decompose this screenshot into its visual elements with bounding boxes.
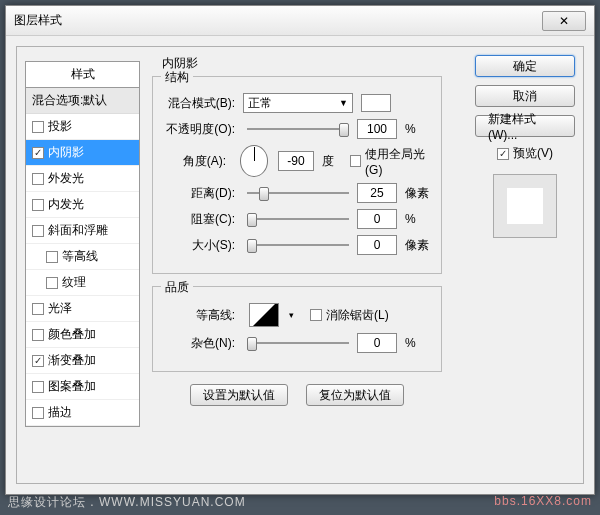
opacity-input[interactable]: 100 [357, 119, 397, 139]
structure-fieldset: 结构 混合模式(B): 正常 不透明度(O): 100 % 角度(A): -90 [152, 76, 442, 274]
watermark: 思缘设计论坛 . WWW.MISSYUAN.COM bbs.16XX8.com [0, 490, 600, 515]
style-checkbox[interactable] [32, 121, 44, 133]
structure-legend: 结构 [161, 69, 193, 86]
opacity-unit: % [405, 122, 433, 136]
size-label: 大小(S): [161, 237, 239, 254]
style-label: 描边 [48, 404, 72, 421]
style-label: 斜面和浮雕 [48, 222, 108, 239]
blend-options-default[interactable]: 混合选项:默认 [26, 88, 139, 114]
angle-dial[interactable] [240, 145, 268, 177]
style-label: 图案叠加 [48, 378, 96, 395]
size-unit: 像素 [405, 237, 433, 254]
preview-row: 预览(V) [497, 145, 553, 162]
layer-style-dialog: 图层样式 ✕ 样式 混合选项:默认 投影内阴影外发光内发光斜面和浮雕等高线纹理光… [5, 5, 595, 495]
style-checkbox[interactable] [32, 173, 44, 185]
dialog-body: 样式 混合选项:默认 投影内阴影外发光内发光斜面和浮雕等高线纹理光泽颜色叠加渐变… [16, 46, 584, 484]
style-item-7[interactable]: 光泽 [26, 296, 139, 322]
style-label: 颜色叠加 [48, 326, 96, 343]
style-label: 等高线 [62, 248, 98, 265]
global-light-label: 使用全局光(G) [365, 146, 433, 177]
opacity-label: 不透明度(O): [161, 121, 239, 138]
style-item-4[interactable]: 斜面和浮雕 [26, 218, 139, 244]
style-label: 纹理 [62, 274, 86, 291]
contour-picker[interactable] [249, 303, 279, 327]
style-label: 投影 [48, 118, 72, 135]
preview-label: 预览(V) [513, 145, 553, 162]
opacity-slider[interactable] [247, 121, 349, 137]
close-button[interactable]: ✕ [542, 11, 586, 31]
ok-button[interactable]: 确定 [475, 55, 575, 77]
choke-label: 阻塞(C): [161, 211, 239, 228]
style-checkbox[interactable] [32, 407, 44, 419]
choke-unit: % [405, 212, 433, 226]
choke-input[interactable]: 0 [357, 209, 397, 229]
style-item-0[interactable]: 投影 [26, 114, 139, 140]
style-item-5[interactable]: 等高线 [26, 244, 139, 270]
style-checkbox[interactable] [46, 277, 58, 289]
distance-input[interactable]: 25 [357, 183, 397, 203]
antialias-checkbox[interactable] [310, 309, 322, 321]
titlebar: 图层样式 ✕ [6, 6, 594, 36]
effect-panel: 内阴影 结构 混合模式(B): 正常 不透明度(O): 100 % 角度(A): [152, 55, 442, 406]
style-label: 内发光 [48, 196, 84, 213]
style-item-2[interactable]: 外发光 [26, 166, 139, 192]
close-icon: ✕ [559, 14, 569, 28]
style-item-3[interactable]: 内发光 [26, 192, 139, 218]
style-item-10[interactable]: 图案叠加 [26, 374, 139, 400]
styles-list: 样式 混合选项:默认 投影内阴影外发光内发光斜面和浮雕等高线纹理光泽颜色叠加渐变… [25, 61, 140, 427]
noise-label: 杂色(N): [161, 335, 239, 352]
style-checkbox[interactable] [32, 381, 44, 393]
style-checkbox[interactable] [32, 199, 44, 211]
preview-box [493, 174, 557, 238]
blend-mode-label: 混合模式(B): [161, 95, 239, 112]
preview-swatch [507, 188, 543, 224]
style-checkbox[interactable] [46, 251, 58, 263]
style-label: 内阴影 [48, 144, 84, 161]
quality-legend: 品质 [161, 279, 193, 296]
styles-header[interactable]: 样式 [26, 62, 139, 88]
effect-title: 内阴影 [162, 55, 442, 72]
contour-label: 等高线: [161, 307, 239, 324]
window-title: 图层样式 [14, 12, 542, 29]
style-checkbox[interactable] [32, 225, 44, 237]
antialias-label: 消除锯齿(L) [326, 307, 389, 324]
noise-input[interactable]: 0 [357, 333, 397, 353]
size-input[interactable]: 0 [357, 235, 397, 255]
style-item-6[interactable]: 纹理 [26, 270, 139, 296]
watermark-left: 思缘设计论坛 . WWW.MISSYUAN.COM [8, 494, 246, 511]
color-swatch[interactable] [361, 94, 391, 112]
right-panel: 确定 取消 新建样式(W)... 预览(V) [475, 55, 575, 238]
style-checkbox[interactable] [32, 147, 44, 159]
choke-slider[interactable] [247, 211, 349, 227]
noise-slider[interactable] [247, 335, 349, 351]
style-checkbox[interactable] [32, 329, 44, 341]
distance-unit: 像素 [405, 185, 433, 202]
global-light-checkbox[interactable] [350, 155, 361, 167]
reset-default-button[interactable]: 复位为默认值 [306, 384, 404, 406]
style-label: 外发光 [48, 170, 84, 187]
chevron-down-icon[interactable]: ▾ [289, 310, 294, 320]
style-label: 光泽 [48, 300, 72, 317]
new-style-button[interactable]: 新建样式(W)... [475, 115, 575, 137]
watermark-right: bbs.16XX8.com [494, 494, 592, 511]
preview-checkbox[interactable] [497, 148, 509, 160]
set-default-button[interactable]: 设置为默认值 [190, 384, 288, 406]
angle-unit: 度 [322, 153, 347, 170]
style-label: 渐变叠加 [48, 352, 96, 369]
style-checkbox[interactable] [32, 355, 44, 367]
distance-label: 距离(D): [161, 185, 239, 202]
angle-label: 角度(A): [161, 153, 230, 170]
blend-mode-select[interactable]: 正常 [243, 93, 353, 113]
style-item-11[interactable]: 描边 [26, 400, 139, 426]
quality-fieldset: 品质 等高线: ▾ 消除锯齿(L) 杂色(N): 0 % [152, 286, 442, 372]
style-item-1[interactable]: 内阴影 [26, 140, 139, 166]
distance-slider[interactable] [247, 185, 349, 201]
style-item-9[interactable]: 渐变叠加 [26, 348, 139, 374]
size-slider[interactable] [247, 237, 349, 253]
angle-input[interactable]: -90 [278, 151, 313, 171]
style-item-8[interactable]: 颜色叠加 [26, 322, 139, 348]
noise-unit: % [405, 336, 433, 350]
default-buttons: 设置为默认值 复位为默认值 [152, 384, 442, 406]
cancel-button[interactable]: 取消 [475, 85, 575, 107]
style-checkbox[interactable] [32, 303, 44, 315]
